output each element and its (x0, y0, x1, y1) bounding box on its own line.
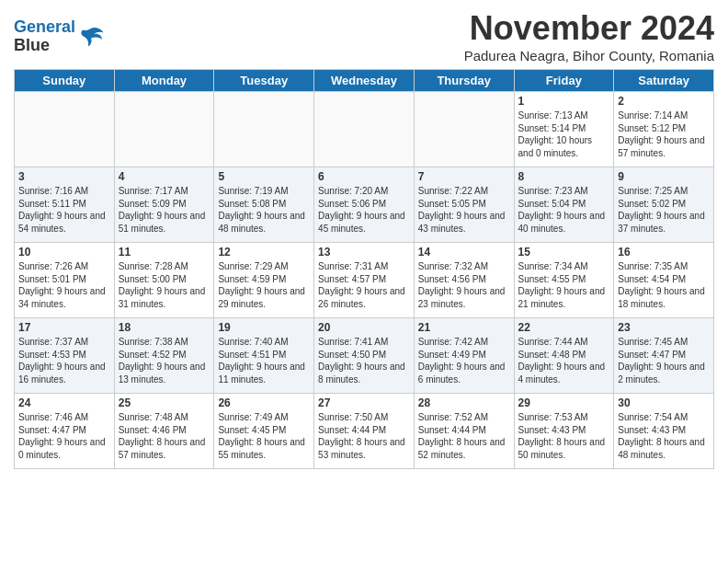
weekday-friday: Friday (514, 70, 614, 92)
month-title: November 2024 (464, 9, 714, 48)
day-number: 4 (119, 170, 210, 183)
day-number: 15 (518, 246, 610, 259)
day-number: 10 (18, 246, 110, 259)
weekday-wednesday: Wednesday (314, 70, 415, 92)
weekday-monday: Monday (114, 70, 214, 92)
day-info: Sunrise: 7:13 AM Sunset: 5:14 PM Dayligh… (518, 109, 610, 159)
week-row-3: 10Sunrise: 7:26 AM Sunset: 5:01 PM Dayli… (15, 243, 714, 318)
calendar-cell-w4-d4: 21Sunrise: 7:42 AM Sunset: 4:49 PM Dayli… (414, 318, 514, 394)
weekday-saturday: Saturday (614, 70, 714, 92)
weekday-header-row: Sunday Monday Tuesday Wednesday Thursday… (15, 70, 714, 92)
day-number: 30 (618, 396, 710, 409)
calendar-cell-w1-d2 (214, 92, 314, 167)
day-number: 6 (318, 170, 410, 183)
day-info: Sunrise: 7:40 AM Sunset: 4:51 PM Dayligh… (218, 336, 310, 385)
calendar-cell-w4-d2: 19Sunrise: 7:40 AM Sunset: 4:51 PM Dayli… (214, 318, 314, 394)
day-info: Sunrise: 7:28 AM Sunset: 5:00 PM Dayligh… (119, 260, 210, 310)
day-info: Sunrise: 7:53 AM Sunset: 4:43 PM Dayligh… (518, 411, 610, 461)
calendar-cell-w1-d5: 1Sunrise: 7:13 AM Sunset: 5:14 PM Daylig… (514, 92, 614, 167)
calendar-cell-w3-d0: 10Sunrise: 7:26 AM Sunset: 5:01 PM Dayli… (15, 243, 115, 318)
day-info: Sunrise: 7:46 AM Sunset: 4:47 PM Dayligh… (18, 411, 110, 461)
week-row-5: 24Sunrise: 7:46 AM Sunset: 4:47 PM Dayli… (15, 394, 714, 469)
calendar-cell-w2-d6: 9Sunrise: 7:25 AM Sunset: 5:02 PM Daylig… (614, 167, 714, 243)
day-info: Sunrise: 7:25 AM Sunset: 5:02 PM Dayligh… (618, 185, 710, 235)
calendar-cell-w1-d0 (15, 92, 115, 167)
day-number: 19 (218, 321, 310, 334)
calendar-cell-w5-d3: 27Sunrise: 7:50 AM Sunset: 4:44 PM Dayli… (314, 394, 415, 469)
calendar-cell-w3-d3: 13Sunrise: 7:31 AM Sunset: 4:57 PM Dayli… (314, 243, 415, 318)
calendar-cell-w5-d6: 30Sunrise: 7:54 AM Sunset: 4:43 PM Dayli… (614, 394, 714, 469)
calendar-cell-w2-d0: 3Sunrise: 7:16 AM Sunset: 5:11 PM Daylig… (15, 167, 115, 243)
logo-line2: Blue (14, 36, 50, 54)
day-number: 22 (518, 321, 610, 334)
day-number: 7 (418, 170, 510, 183)
title-section: November 2024 Padurea Neagra, Bihor Coun… (464, 9, 714, 63)
day-number: 11 (119, 246, 210, 259)
day-number: 1 (518, 95, 610, 108)
day-number: 8 (518, 170, 610, 183)
day-info: Sunrise: 7:35 AM Sunset: 4:54 PM Dayligh… (618, 260, 710, 310)
day-info: Sunrise: 7:31 AM Sunset: 4:57 PM Dayligh… (318, 260, 410, 310)
day-info: Sunrise: 7:54 AM Sunset: 4:43 PM Dayligh… (618, 411, 710, 461)
day-number: 25 (119, 396, 210, 409)
day-number: 16 (618, 246, 710, 259)
day-number: 2 (618, 95, 710, 108)
calendar-cell-w5-d1: 25Sunrise: 7:48 AM Sunset: 4:46 PM Dayli… (114, 394, 214, 469)
day-info: Sunrise: 7:44 AM Sunset: 4:48 PM Dayligh… (518, 336, 610, 385)
calendar-cell-w1-d3 (314, 92, 415, 167)
calendar-cell-w2-d2: 5Sunrise: 7:19 AM Sunset: 5:08 PM Daylig… (214, 167, 314, 243)
day-number: 9 (618, 170, 710, 183)
calendar-cell-w1-d6: 2Sunrise: 7:14 AM Sunset: 5:12 PM Daylig… (614, 92, 714, 167)
weekday-sunday: Sunday (15, 70, 115, 92)
day-info: Sunrise: 7:42 AM Sunset: 4:49 PM Dayligh… (418, 336, 510, 385)
day-info: Sunrise: 7:45 AM Sunset: 4:47 PM Dayligh… (618, 336, 710, 385)
day-number: 26 (218, 396, 310, 409)
day-number: 18 (119, 321, 210, 334)
day-number: 27 (318, 396, 410, 409)
day-info: Sunrise: 7:14 AM Sunset: 5:12 PM Dayligh… (618, 109, 710, 159)
calendar-cell-w2-d1: 4Sunrise: 7:17 AM Sunset: 5:09 PM Daylig… (114, 167, 214, 243)
calendar-cell-w3-d1: 11Sunrise: 7:28 AM Sunset: 5:00 PM Dayli… (114, 243, 214, 318)
day-info: Sunrise: 7:20 AM Sunset: 5:06 PM Dayligh… (318, 185, 410, 235)
day-info: Sunrise: 7:50 AM Sunset: 4:44 PM Dayligh… (318, 411, 410, 461)
day-info: Sunrise: 7:48 AM Sunset: 4:46 PM Dayligh… (119, 411, 210, 461)
logo-bird-icon (77, 23, 105, 51)
calendar-cell-w5-d4: 28Sunrise: 7:52 AM Sunset: 4:44 PM Dayli… (414, 394, 514, 469)
day-number: 14 (418, 246, 510, 259)
calendar-cell-w5-d2: 26Sunrise: 7:49 AM Sunset: 4:45 PM Dayli… (214, 394, 314, 469)
day-info: Sunrise: 7:32 AM Sunset: 4:56 PM Dayligh… (418, 260, 510, 310)
header: General Blue November 2024 Padurea Neagr… (14, 9, 714, 63)
calendar-cell-w1-d1 (114, 92, 214, 167)
day-info: Sunrise: 7:19 AM Sunset: 5:08 PM Dayligh… (218, 185, 310, 235)
day-info: Sunrise: 7:41 AM Sunset: 4:50 PM Dayligh… (318, 336, 410, 385)
calendar-cell-w4-d1: 18Sunrise: 7:38 AM Sunset: 4:52 PM Dayli… (114, 318, 214, 394)
logo-text: General Blue (14, 18, 105, 55)
day-info: Sunrise: 7:23 AM Sunset: 5:04 PM Dayligh… (518, 185, 610, 235)
logo-line1: General (14, 17, 75, 36)
day-number: 23 (618, 321, 710, 334)
day-number: 5 (218, 170, 310, 183)
day-number: 13 (318, 246, 410, 259)
logo: General Blue (14, 18, 105, 55)
week-row-2: 3Sunrise: 7:16 AM Sunset: 5:11 PM Daylig… (15, 167, 714, 243)
page-container: General Blue November 2024 Padurea Neagr… (0, 0, 728, 474)
calendar-table: Sunday Monday Tuesday Wednesday Thursday… (14, 69, 714, 469)
calendar-cell-w4-d5: 22Sunrise: 7:44 AM Sunset: 4:48 PM Dayli… (514, 318, 614, 394)
calendar-cell-w1-d4 (414, 92, 514, 167)
subtitle: Padurea Neagra, Bihor County, Romania (464, 48, 714, 63)
day-info: Sunrise: 7:38 AM Sunset: 4:52 PM Dayligh… (119, 336, 210, 385)
calendar-cell-w5-d5: 29Sunrise: 7:53 AM Sunset: 4:43 PM Dayli… (514, 394, 614, 469)
calendar-cell-w2-d3: 6Sunrise: 7:20 AM Sunset: 5:06 PM Daylig… (314, 167, 415, 243)
day-info: Sunrise: 7:22 AM Sunset: 5:05 PM Dayligh… (418, 185, 510, 235)
calendar-cell-w2-d5: 8Sunrise: 7:23 AM Sunset: 5:04 PM Daylig… (514, 167, 614, 243)
calendar-cell-w3-d6: 16Sunrise: 7:35 AM Sunset: 4:54 PM Dayli… (614, 243, 714, 318)
day-info: Sunrise: 7:34 AM Sunset: 4:55 PM Dayligh… (518, 260, 610, 310)
day-number: 17 (18, 321, 110, 334)
day-number: 12 (218, 246, 310, 259)
day-number: 24 (18, 396, 110, 409)
calendar-cell-w4-d3: 20Sunrise: 7:41 AM Sunset: 4:50 PM Dayli… (314, 318, 415, 394)
day-info: Sunrise: 7:29 AM Sunset: 4:59 PM Dayligh… (218, 260, 310, 310)
week-row-4: 17Sunrise: 7:37 AM Sunset: 4:53 PM Dayli… (15, 318, 714, 394)
day-number: 3 (18, 170, 110, 183)
day-number: 28 (418, 396, 510, 409)
